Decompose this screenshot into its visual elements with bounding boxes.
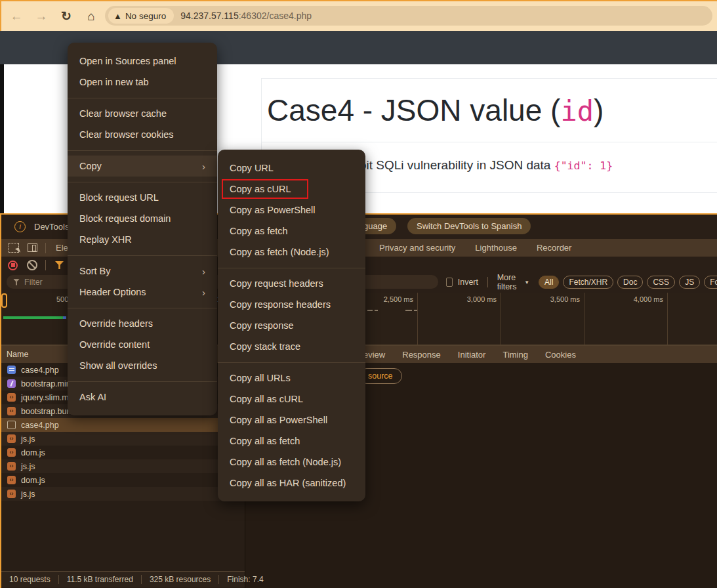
- devtools-tabs-right: Privacy and securityLighthouseRecorder: [379, 239, 571, 257]
- submenu-item[interactable]: ›: [218, 357, 365, 368]
- inspect-icon[interactable]: [9, 243, 19, 253]
- card-header: Case4 - JSON value (id): [262, 79, 717, 142]
- summary-segment: 10 requests: [1, 575, 58, 584]
- reload-icon[interactable]: ↻: [56, 7, 76, 26]
- context-menu-item[interactable]: Copy ›: [68, 156, 217, 177]
- detail-tab[interactable]: Response: [402, 350, 441, 360]
- context-menu-item[interactable]: Show all overrides ›: [68, 355, 217, 376]
- devtools-title: DevTools: [34, 222, 69, 232]
- context-menu-item[interactable]: Ask AI ›: [68, 387, 217, 408]
- clear-icon[interactable]: [27, 260, 37, 270]
- divider: [45, 260, 46, 270]
- request-row[interactable]: js.js: [1, 487, 245, 501]
- context-menu-item[interactable]: Block request domain ›: [68, 208, 217, 229]
- file-type-icon: [7, 434, 16, 443]
- detail-tab[interactable]: Cookies: [545, 350, 576, 360]
- context-menu-item[interactable]: ›: [68, 250, 217, 261]
- type-filter-pill[interactable]: Doc: [617, 276, 643, 289]
- forward-icon[interactable]: →: [31, 7, 51, 26]
- info-icon[interactable]: i: [14, 221, 26, 232]
- request-row[interactable]: dom.js: [1, 446, 245, 459]
- back-icon[interactable]: ←: [7, 7, 26, 26]
- type-filter-pill[interactable]: JS: [679, 276, 700, 289]
- waterfall-dash: [405, 310, 412, 311]
- request-row[interactable]: dom.js: [1, 473, 245, 487]
- submenu-item[interactable]: Copy response ›: [218, 315, 365, 336]
- browser-window: ← → ↻ ⌂ ▲ No seguro 94.237.57.115:46302/…: [0, 0, 717, 588]
- context-menu-item[interactable]: ›: [68, 376, 217, 387]
- request-name: js.js: [21, 434, 35, 444]
- more-filters-button[interactable]: More filters ▼: [497, 273, 529, 291]
- type-filter-pill[interactable]: CSS: [647, 276, 675, 289]
- invert-label: Invert: [458, 278, 478, 287]
- file-type-icon: [7, 366, 16, 374]
- type-filter-pill[interactable]: Fetch/XHR: [563, 276, 613, 289]
- request-name: js.js: [21, 462, 35, 471]
- detail-tab[interactable]: Initiator: [458, 350, 486, 360]
- request-name: dom.js: [21, 476, 45, 485]
- submenu-item[interactable]: Copy all URLs ›: [218, 368, 365, 388]
- detail-tab[interactable]: Timing: [502, 350, 528, 360]
- invert-checkbox[interactable]: [446, 278, 453, 287]
- devtools-tab[interactable]: Privacy and security: [379, 243, 455, 253]
- page-description: Exploit SQLi vulnerability in JSON data …: [335, 158, 613, 173]
- submenu-item[interactable]: ›: [218, 262, 365, 273]
- submenu-item[interactable]: Copy request headers ›: [218, 273, 365, 294]
- file-type-icon: [7, 448, 16, 457]
- submenu-item[interactable]: Copy as PowerShell ›: [218, 200, 365, 220]
- context-menu-item[interactable]: Sort By ›: [68, 261, 217, 282]
- context-menu-item[interactable]: Header Options ›: [68, 282, 217, 303]
- submenu-item[interactable]: Copy stack trace ›: [218, 336, 365, 357]
- waterfall-dash: [375, 310, 378, 311]
- submenu-item[interactable]: Copy all as HAR (sanitized) ›: [218, 472, 365, 494]
- submenu-item[interactable]: Copy all as fetch ›: [218, 430, 365, 452]
- request-name: bootstrap.min.: [21, 379, 73, 388]
- security-chip-label: No seguro: [125, 11, 166, 21]
- context-menu-item[interactable]: ›: [68, 93, 217, 103]
- submenu-item[interactable]: Copy all as cURL ›: [218, 388, 365, 410]
- context-menu-item[interactable]: ›: [68, 145, 217, 156]
- request-name: case4.php: [21, 366, 59, 375]
- context-menu-item[interactable]: ›: [68, 303, 217, 313]
- submenu-item[interactable]: Copy as cURL ›: [218, 178, 365, 200]
- context-menu-item[interactable]: Open in new tab ›: [68, 72, 217, 93]
- device-toolbar-icon[interactable]: [28, 243, 37, 252]
- request-name: dom.js: [21, 448, 45, 457]
- request-row[interactable]: case4.php: [1, 418, 245, 432]
- submenu-item[interactable]: Copy response headers ›: [218, 294, 365, 315]
- devtools-tab[interactable]: Recorder: [537, 243, 571, 253]
- address-bar[interactable]: ▲ No seguro 94.237.57.115:46302/case4.ph…: [105, 6, 712, 26]
- file-type-icon: [7, 476, 16, 484]
- page-title: Case4 - JSON value (id): [267, 93, 604, 128]
- context-menu-item[interactable]: Clear browser cache ›: [68, 103, 217, 124]
- submenu-item[interactable]: Copy URL ›: [218, 158, 365, 178]
- record-icon[interactable]: [8, 261, 18, 270]
- submenu-item[interactable]: Copy all as PowerShell ›: [218, 410, 365, 430]
- warning-icon: ▲: [113, 11, 122, 21]
- context-menu-item[interactable]: Open in Sources panel ›: [68, 51, 217, 72]
- filter-funnel-icon[interactable]: [55, 261, 64, 269]
- filter-options: Invert More filters ▼ AllFetch/XHRDocCSS…: [446, 275, 717, 289]
- context-menu-item[interactable]: ›: [68, 177, 217, 187]
- type-filter-pill[interactable]: Font: [704, 276, 717, 289]
- submenu-item[interactable]: Copy as fetch ›: [218, 220, 365, 242]
- request-row[interactable]: js.js: [1, 432, 245, 446]
- filter-placeholder: Filter: [24, 278, 43, 287]
- context-menu-item[interactable]: Override headers ›: [68, 313, 217, 334]
- submenu-item[interactable]: Copy all as fetch (Node.js) ›: [218, 452, 365, 472]
- summary-segment: 11.5 kB transferred: [58, 575, 141, 584]
- switch-language-button[interactable]: Switch DevTools to Spanish: [407, 218, 531, 234]
- timeline-handle[interactable]: [1, 293, 7, 308]
- context-menu-item[interactable]: Override content ›: [68, 334, 217, 355]
- submenu-item[interactable]: Copy as fetch (Node.js) ›: [218, 242, 365, 262]
- devtools-tab[interactable]: Lighthouse: [475, 243, 517, 253]
- context-menu-item[interactable]: Block request URL ›: [68, 187, 217, 208]
- context-menu-item[interactable]: Replay XHR ›: [68, 229, 217, 250]
- type-filter-pill[interactable]: All: [539, 276, 559, 289]
- context-menu-item[interactable]: Clear browser cookies ›: [68, 124, 217, 145]
- timeline-tick: 3,000 ms: [418, 293, 501, 345]
- request-row[interactable]: js.js: [1, 459, 245, 473]
- home-icon[interactable]: ⌂: [81, 7, 101, 26]
- url-path: :46302/case4.php: [239, 10, 312, 21]
- security-chip[interactable]: ▲ No seguro: [108, 8, 174, 24]
